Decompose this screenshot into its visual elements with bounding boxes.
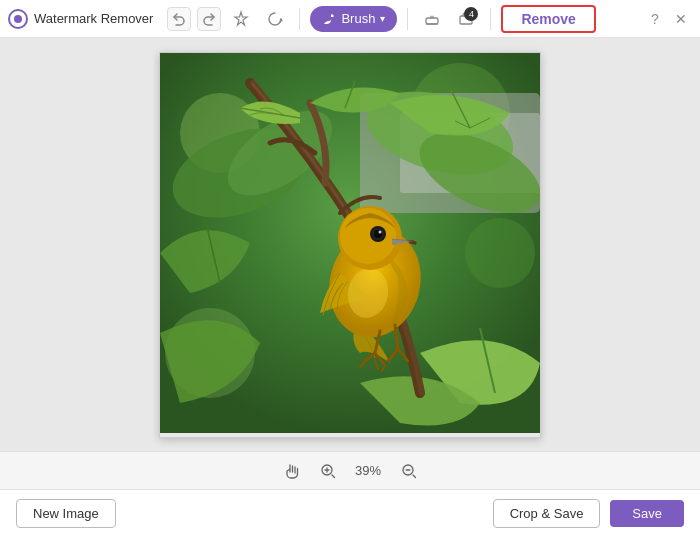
magic-icon <box>232 10 250 28</box>
image-container[interactable] <box>159 52 541 438</box>
remove-button[interactable]: Remove <box>501 5 595 33</box>
app-title: Watermark Remover <box>34 11 153 26</box>
lasso-icon <box>266 10 284 28</box>
status-bar: 39% <box>0 451 700 489</box>
svg-rect-2 <box>426 18 438 24</box>
crop-save-button[interactable]: Crop & Save <box>493 499 601 528</box>
undo-icon <box>172 12 186 26</box>
redo-button[interactable] <box>197 7 221 31</box>
eraser-tool-button[interactable] <box>418 5 446 33</box>
eraser-icon <box>423 10 441 28</box>
zoom-level: 39% <box>351 463 386 478</box>
help-icon: ? <box>651 11 659 27</box>
zoom-out-icon <box>400 462 418 480</box>
window-controls: ? ✕ <box>644 8 692 30</box>
lasso-tool-button[interactable] <box>261 5 289 33</box>
hand-icon <box>283 462 301 480</box>
svg-point-26 <box>379 230 382 233</box>
badge-tool-button[interactable]: 4 <box>452 5 480 33</box>
zoom-out-button[interactable] <box>396 458 422 484</box>
close-button[interactable]: ✕ <box>670 8 692 30</box>
canvas-area <box>0 38 700 451</box>
help-button[interactable]: ? <box>644 8 666 30</box>
brush-chevron-icon: ▾ <box>380 13 385 24</box>
magic-tool-button[interactable] <box>227 5 255 33</box>
badge-count: 4 <box>464 7 478 21</box>
save-button[interactable]: Save <box>610 500 684 527</box>
separator-1 <box>299 8 300 30</box>
crop-save-label: Crop & Save <box>510 506 584 521</box>
separator-2 <box>407 8 408 30</box>
hand-tool-button[interactable] <box>279 458 305 484</box>
new-image-button[interactable]: New Image <box>16 499 116 528</box>
new-image-label: New Image <box>33 506 99 521</box>
separator-3 <box>490 8 491 30</box>
redo-icon <box>202 12 216 26</box>
title-bar: Watermark Remover Brush ▾ <box>0 0 700 38</box>
app-logo <box>8 9 28 29</box>
brush-button[interactable]: Brush ▾ <box>310 6 397 32</box>
undo-button[interactable] <box>167 7 191 31</box>
footer-bar: New Image Crop & Save Save <box>0 489 700 537</box>
save-label: Save <box>632 506 662 521</box>
footer-right: Crop & Save Save <box>493 499 684 528</box>
remove-label: Remove <box>521 11 575 27</box>
bird-image <box>160 53 540 433</box>
brush-icon <box>322 12 336 26</box>
svg-point-1 <box>14 15 22 23</box>
close-icon: ✕ <box>675 11 687 27</box>
zoom-in-icon <box>319 462 337 480</box>
svg-point-7 <box>465 218 535 288</box>
zoom-in-button[interactable] <box>315 458 341 484</box>
brush-label: Brush <box>341 11 375 26</box>
